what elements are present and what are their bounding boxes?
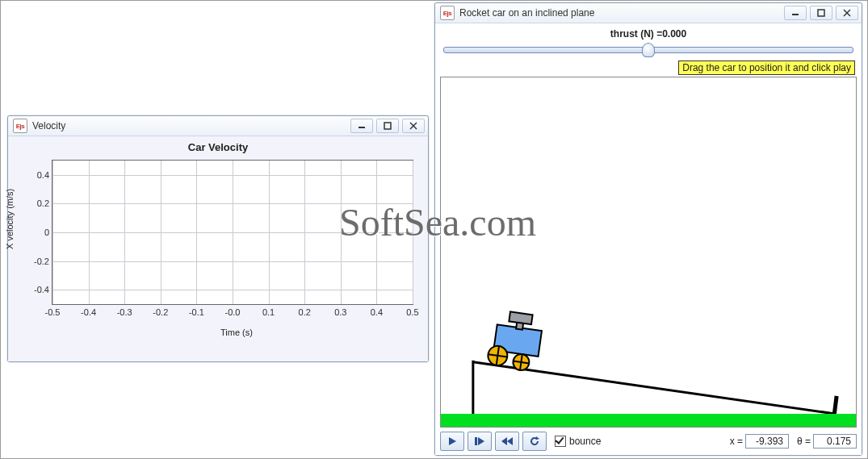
chart-plot-area[interactable]: -0.4-0.200.20.4-0.5-0.4-0.3-0.2-0.1-0.00… [52, 160, 413, 305]
chart-gridline-v [52, 161, 53, 304]
step-button[interactable] [468, 432, 492, 451]
svg-marker-17 [536, 436, 539, 440]
theta-value-box[interactable]: 0.175 [813, 434, 857, 449]
close-icon [409, 122, 417, 130]
chart-ytick: -0.4 [25, 285, 49, 294]
chart-xtick: -0.0 [225, 307, 241, 317]
close-button[interactable] [836, 6, 858, 20]
minimize-button[interactable] [350, 119, 373, 133]
rewind-button[interactable] [495, 432, 519, 451]
chart-xtick: 0.1 [262, 307, 275, 317]
x-value-box[interactable]: -9.393 [745, 434, 789, 449]
incline-ramp [473, 362, 835, 414]
velocity-title: Velocity [32, 120, 350, 131]
chart-xlabel: Time (s) [52, 328, 421, 337]
bounce-checkbox[interactable] [555, 436, 566, 447]
velocity-window: Ejs Velocity X velocity (m/s) Car Veloci… [7, 115, 429, 362]
reset-button[interactable] [522, 432, 547, 451]
x-readout: x = -9.393 [730, 434, 789, 449]
svg-rect-1 [384, 123, 391, 129]
chart-ytick: 0.2 [25, 198, 49, 208]
chart-ytick: 0 [25, 227, 49, 237]
chart-ytick: -0.2 [25, 257, 49, 266]
play-button[interactable] [440, 432, 464, 451]
chart-gridline-v [413, 161, 413, 304]
chart-ytick: 0.4 [25, 170, 49, 180]
minimize-button[interactable] [784, 6, 807, 20]
slider-thumb[interactable] [642, 43, 655, 57]
rocket-titlebar[interactable]: Ejs Rocket car on an inclined plane [435, 3, 862, 23]
svg-rect-13 [475, 437, 477, 445]
chart-gridline-v [341, 161, 342, 304]
chart-xtick: -0.3 [117, 307, 132, 317]
close-icon [843, 9, 851, 17]
maximize-icon [817, 9, 825, 17]
rocket-car[interactable] [487, 310, 544, 373]
chart-frame: -0.4-0.200.20.4-0.5-0.4-0.3-0.2-0.1-0.00… [52, 155, 413, 324]
svg-marker-14 [478, 437, 484, 445]
maximize-button[interactable] [810, 6, 832, 20]
rewind-icon [501, 436, 513, 446]
minimize-icon [791, 9, 799, 17]
maximize-icon [384, 122, 392, 130]
chart-gridline-v [124, 161, 125, 304]
svg-marker-12 [449, 437, 456, 445]
rocket-window: Ejs Rocket car on an inclined plane thru… [434, 2, 862, 456]
chart-xtick: -0.1 [189, 307, 204, 317]
theta-readout: θ = 0.175 [797, 434, 857, 449]
simulation-stage[interactable] [440, 77, 857, 428]
chart-xtick: 0.4 [371, 307, 383, 317]
chart-gridline-v [161, 161, 161, 304]
chart-xtick: -0.4 [81, 307, 96, 317]
chart-gridline-v [376, 161, 377, 304]
drag-hint-callout: Drag the car to position it and click pl… [678, 61, 855, 75]
chart-ylabel: X velocity (m/s) [5, 188, 15, 248]
ejs-app-icon: Ejs [13, 119, 27, 133]
chart-xtick: 0.5 [406, 307, 418, 317]
simulation-svg [441, 77, 856, 427]
chart-xtick: 0.3 [334, 307, 346, 317]
ejs-app-icon: Ejs [440, 6, 455, 20]
close-button[interactable] [402, 119, 425, 133]
bounce-label: bounce [569, 436, 601, 447]
right-stopper [834, 396, 837, 415]
chart-gridline-v [304, 161, 305, 304]
bounce-checkbox-wrap[interactable]: bounce [555, 436, 601, 447]
car-thruster-top [509, 311, 532, 324]
thrust-slider[interactable] [443, 41, 853, 57]
svg-rect-5 [818, 10, 824, 16]
ground-strip [441, 414, 856, 427]
chart-title: Car Velocity [15, 141, 421, 153]
chart-xtick: -0.5 [45, 307, 61, 317]
velocity-titlebar[interactable]: Ejs Velocity [8, 116, 428, 136]
chart-xtick: 0.2 [299, 307, 311, 317]
velocity-chart-panel: X velocity (m/s) Car Velocity -0.4-0.200… [8, 136, 428, 361]
rocket-title: Rocket car on an inclined plane [459, 7, 784, 19]
control-bar: bounce x = -9.393 θ = 0.175 [440, 431, 857, 452]
play-icon [447, 436, 457, 446]
minimize-icon [358, 122, 366, 130]
thrust-readout: thrust (N) =0.000 [440, 28, 857, 40]
svg-marker-16 [507, 437, 513, 445]
svg-marker-15 [501, 437, 507, 445]
chart-gridline-v [269, 161, 270, 304]
reset-icon [529, 436, 540, 447]
chart-gridline-v [233, 161, 233, 304]
step-icon [474, 436, 485, 446]
maximize-button[interactable] [376, 119, 399, 133]
chart-xtick: -0.2 [153, 307, 168, 317]
chart-gridline-v [196, 161, 197, 304]
chart-gridline-v [89, 161, 90, 304]
